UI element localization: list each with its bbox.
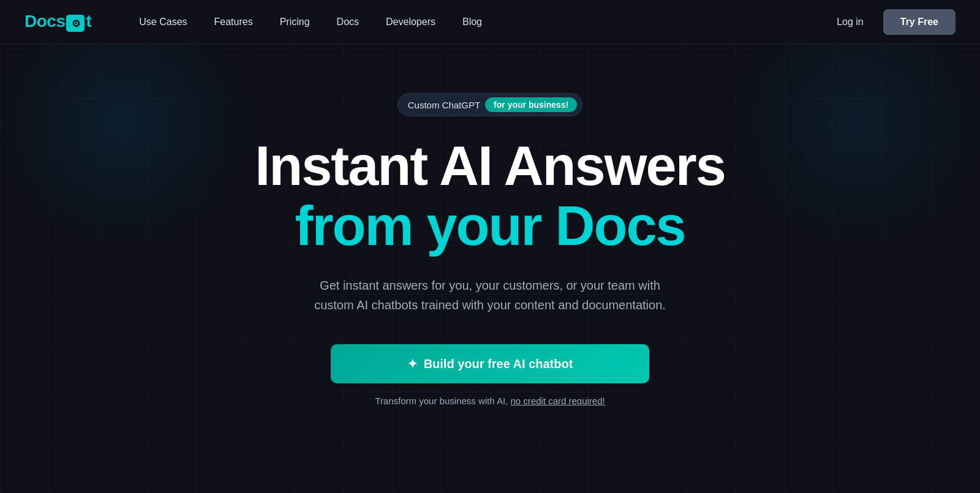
nav-pricing[interactable]: Pricing xyxy=(269,12,321,32)
logo[interactable]: Docst xyxy=(24,12,91,32)
nav-features[interactable]: Features xyxy=(203,12,264,32)
hero-headline-line1: Instant AI Answers xyxy=(255,138,725,194)
transform-text: Transform your business with AI, no cred… xyxy=(375,396,605,406)
nav-docs[interactable]: Docs xyxy=(326,12,370,32)
no-credit-card-link[interactable]: no credit card required! xyxy=(510,396,605,406)
navbar: Docst Use Cases Features Pricing Docs De… xyxy=(0,0,980,44)
cta-sparkle-icon: ✦ xyxy=(407,356,418,371)
try-free-button[interactable]: Try Free xyxy=(883,9,956,35)
nav-right: Log in Try Free xyxy=(827,9,956,35)
hero-badge: Custom ChatGPT for your business! xyxy=(398,93,583,116)
hero-headline-line2: from your Docs xyxy=(295,198,685,254)
hero-subtitle: Get instant answers for you, your custom… xyxy=(306,276,674,315)
login-link[interactable]: Log in xyxy=(827,12,873,32)
logo-text: Docst xyxy=(24,12,91,32)
hero-badge-pill: for your business! xyxy=(485,97,577,112)
hero-badge-text: Custom ChatGPT xyxy=(408,100,480,110)
nav-developers[interactable]: Developers xyxy=(375,12,447,32)
nav-blog[interactable]: Blog xyxy=(451,12,493,32)
cta-button-label: Build your free AI chatbot xyxy=(424,357,573,371)
bot-icon xyxy=(66,15,85,32)
nav-links: Use Cases Features Pricing Docs Develope… xyxy=(128,12,827,32)
transform-static: Transform your business with AI, xyxy=(375,396,508,406)
cta-button[interactable]: ✦ Build your free AI chatbot xyxy=(331,344,649,383)
nav-use-cases[interactable]: Use Cases xyxy=(128,12,198,32)
hero-section: Custom ChatGPT for your business! Instan… xyxy=(0,44,980,406)
